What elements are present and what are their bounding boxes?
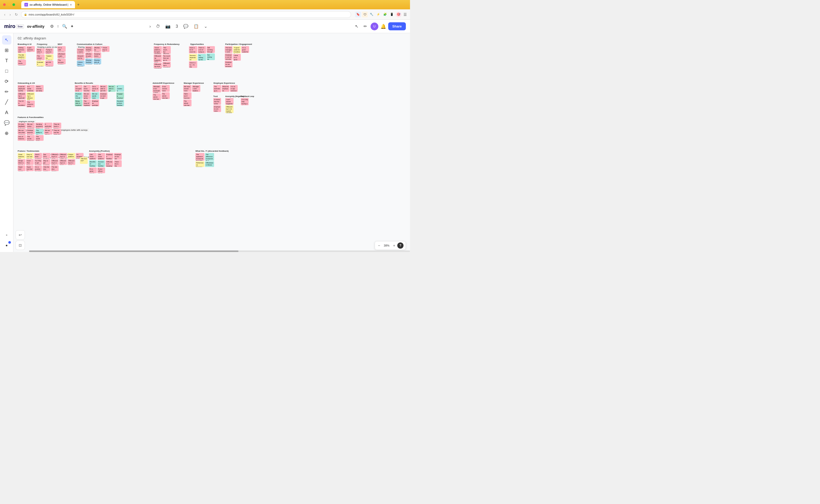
sticky-fr2: Offboarding happens when employees leave xyxy=(153,54,162,62)
extension-5[interactable]: 🧩 xyxy=(382,12,388,17)
sticky-13: The process enables communication sharin… xyxy=(57,59,66,64)
maximize-button[interactable] xyxy=(12,3,15,6)
sticky-feat2: We can see what employees think via comp… xyxy=(18,129,26,135)
sticky-6: The critical easily and integration with… xyxy=(36,54,45,60)
number-tool[interactable]: 3 xyxy=(173,23,180,30)
cursor-tool[interactable]: ↖ xyxy=(353,22,360,30)
sticky-feat10: A particular pull of features is well co… xyxy=(44,123,52,128)
sticky-anpos9: Employees but are willing to share when … xyxy=(114,153,122,160)
notification-icon[interactable]: ● xyxy=(2,241,11,250)
tab-close-button[interactable]: ✕ xyxy=(70,3,72,6)
pen-sidebar-tool[interactable]: ✏ xyxy=(2,87,11,96)
extension-2[interactable]: 🛡 xyxy=(362,12,368,17)
extension-1[interactable]: 🔖 xyxy=(355,12,361,17)
sticky-9: "Helpful for feedback and a stress relie… xyxy=(45,54,53,60)
arrow-tool[interactable]: › xyxy=(147,23,153,30)
pen-tool[interactable]: ✏ xyxy=(362,22,369,30)
url-bar[interactable]: 🔒 miro.com/app/board/o9J_kolxSG8=/ xyxy=(21,11,351,18)
cat-comm-culture: Communication & Culture xyxy=(77,43,102,45)
crop-tool[interactable]: ⊕ xyxy=(2,129,11,138)
browser-menu-icon[interactable]: ☰ xyxy=(404,12,407,17)
canvas[interactable]: 02: affinity diagram Branding & UI Frequ… xyxy=(13,33,410,252)
text-tool[interactable]: T xyxy=(2,56,11,65)
plan-badge: free xyxy=(16,24,24,29)
url-text: miro.com/app/board/o9J_kolxSG8=/ xyxy=(29,13,74,16)
extension-3[interactable]: 🔧 xyxy=(369,12,374,17)
sticky-adm3: It has moved more morale throughout the … xyxy=(161,85,170,92)
zoom-in-button[interactable]: + xyxy=(392,243,396,248)
eraser-tool[interactable]: A xyxy=(2,108,11,117)
sticky-anpos7: Employee feedback allows all on one plat… xyxy=(106,153,113,160)
sticky-4: It gets opinions and a stress release xyxy=(26,46,35,52)
back-button[interactable]: ‹ xyxy=(3,12,6,17)
sticky-pr4: Easy to use and tons of resources! xyxy=(26,153,34,159)
sticky-ben1: On recognition to keep employees informe… xyxy=(75,85,82,92)
cat-branding-ui: Branding & UI xyxy=(18,43,31,45)
bottom-toolbar: − 38% + ? xyxy=(375,241,406,250)
subcat-feedback-loop: Feedback Loop xyxy=(241,95,254,97)
undo-button[interactable]: ↩ xyxy=(16,230,25,240)
select-tool[interactable]: ↖ xyxy=(2,35,11,45)
tab-title: ov-affinity, Online Whiteboard | xyxy=(30,3,68,6)
extension-7[interactable]: 🎯 xyxy=(396,12,401,17)
user-avatar[interactable]: U xyxy=(371,23,378,30)
chat-tool[interactable]: 💬 xyxy=(181,22,190,30)
more-icon[interactable]: » xyxy=(2,230,11,240)
notes-tool[interactable]: 📋 xyxy=(191,22,201,30)
sticky-ben6: The issue of implementing more programs … xyxy=(83,100,91,106)
settings-button[interactable]: ⚙ xyxy=(48,22,55,30)
sticky-opp2: Success depends on usability xyxy=(189,54,197,61)
sticky-fr3: Offboarding more complicated with feedba… xyxy=(153,63,162,68)
connect-tool[interactable]: ⟳ xyxy=(2,77,11,86)
export-button[interactable]: ↑ xyxy=(55,23,60,30)
cat-benefits: Benefits & Results xyxy=(75,82,93,84)
zoom-level-display: 38% xyxy=(382,244,391,247)
main-area: ↖ ⊞ T □ ⟳ ✏ ╱ A 💬 ⊕ » ● 02: affinity dia… xyxy=(0,33,410,252)
share-button[interactable]: Share xyxy=(388,22,406,30)
horizontal-scrollbar[interactable] xyxy=(29,250,410,252)
left-sidebar: ↖ ⊞ T □ ⟳ ✏ ╱ A 💬 ⊕ » ● xyxy=(0,33,13,252)
sticky-opp7: Not setting up platform correctly xyxy=(207,53,215,60)
sticky-8: Trying to improve and a stress culture. xyxy=(45,48,53,54)
timer-tool[interactable]: ⏱ xyxy=(154,23,162,30)
extension-6[interactable]: 📱 xyxy=(389,12,395,17)
sticky-tool[interactable]: □ xyxy=(2,66,11,76)
board-name[interactable]: ov-affinity xyxy=(27,24,44,29)
comment-tool[interactable]: 💬 xyxy=(2,118,11,128)
new-tab-button[interactable]: + xyxy=(76,2,80,7)
extension-4[interactable]: ⚡ xyxy=(376,12,381,17)
zoom-out-button[interactable]: − xyxy=(377,243,381,248)
sticky-pr15: The site also always recorded xyxy=(51,165,59,171)
sticky-ob2: Offboarding is applicable to next employ… xyxy=(18,92,26,99)
more-tools[interactable]: ⌄ xyxy=(202,22,210,30)
sticky-pr21: "We love OV!" xyxy=(80,157,88,164)
cat-manager: Manager Experience xyxy=(184,82,204,84)
refresh-button[interactable]: ↻ xyxy=(14,12,19,17)
sticky-disc2: The difference incorporates a brutality … xyxy=(205,153,214,161)
timer-button[interactable]: ✦ xyxy=(69,22,75,30)
sticky-emp1: The technology is great, but I would thi… xyxy=(213,85,221,92)
camera-tool[interactable]: 📷 xyxy=(163,22,172,30)
sticky-feat1: It's easy feedback in Survey - increase … xyxy=(18,123,26,128)
close-button[interactable] xyxy=(3,3,6,6)
cat-admin: Admin/HR Experience xyxy=(152,82,174,84)
sticky-pe3: Employees are encouraged to survey xyxy=(225,61,233,67)
sticky-trust1: It means that the entire company trusts … xyxy=(213,98,221,105)
active-tab[interactable]: M ov-affinity, Online Whiteboard | ✕ xyxy=(21,1,75,8)
cat-freq-redundancy: Frequency & Redundancy xyxy=(154,43,179,45)
sticky-pr2: design there is lots of ways to use OV xyxy=(18,159,25,165)
address-bar: ‹ › ↻ 🔒 miro.com/app/board/o9J_kolxSG8=/… xyxy=(0,9,410,20)
shape-tool[interactable]: ╱ xyxy=(2,97,11,107)
search-button[interactable]: 🔍 xyxy=(60,22,69,30)
frames-tool[interactable]: ⊞ xyxy=(2,46,11,55)
forward-button[interactable]: › xyxy=(9,12,12,17)
panel-toggle-button[interactable]: ⊡ xyxy=(16,241,25,250)
sticky-11: It is a safe place for us to see shared … xyxy=(57,46,66,52)
minimize-button[interactable] xyxy=(8,3,10,6)
sticky-ben12: We are able to get professionally qualif… xyxy=(108,85,116,92)
notifications-button[interactable]: 🔔 xyxy=(380,24,386,29)
sticky-ben10: We are able to get info from employees t… xyxy=(100,85,107,92)
help-button[interactable]: ? xyxy=(397,242,404,249)
sticky-ben3: Being able to implement any programs for… xyxy=(75,100,82,106)
sticky-ben11: Employees tend to get more info and get … xyxy=(100,92,107,99)
